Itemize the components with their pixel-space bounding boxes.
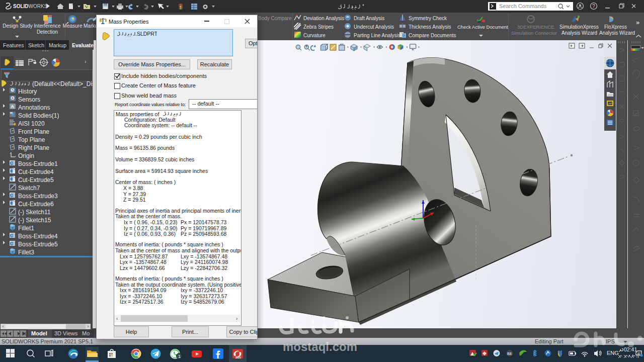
- svg-text:*: *: [362, 4, 364, 9]
- svg-text:Boss-Extrude3: Boss-Extrude3: [18, 193, 58, 200]
- svg-text:History: History: [18, 88, 37, 95]
- svg-text:(-) Sketch11: (-) Sketch11: [18, 209, 51, 216]
- svg-text:Annotations: Annotations: [18, 104, 50, 111]
- svg-text:Boss-Extrude5: Boss-Extrude5: [18, 241, 58, 248]
- svg-text:2021: 2021: [235, 356, 241, 359]
- svg-text:B8: B8: [507, 352, 512, 355]
- svg-text:SOLIDWORKS: SOLIDWORKS: [13, 4, 48, 9]
- svg-text:Sketch7: Sketch7: [18, 185, 40, 192]
- svg-text:?: ?: [403, 34, 405, 38]
- svg-text:Front Plane: Front Plane: [18, 128, 49, 135]
- svg-text:.SLDPRT: .SLDPRT: [135, 31, 157, 37]
- svg-text:Right Plane: Right Plane: [18, 144, 49, 151]
- svg-text:Cut-Extrude6: Cut-Extrude6: [18, 201, 54, 208]
- svg-text:Top Plane: Top Plane: [18, 136, 45, 143]
- svg-text:Sensors: Sensors: [18, 96, 40, 103]
- svg-text:Fillet1: Fillet1: [18, 225, 34, 232]
- svg-text:Cut-Extrude5: Cut-Extrude5: [18, 176, 54, 184]
- svg-text:Fillet3: Fillet3: [18, 249, 34, 256]
- svg-text:Cut-Extrude4: Cut-Extrude4: [18, 168, 54, 175]
- svg-text:A: A: [11, 104, 15, 109]
- svg-text:AISI 1020: AISI 1020: [18, 120, 45, 127]
- svg-text:(Default<<Default>_Dis: (Default<<Default>_Dis: [32, 80, 93, 87]
- svg-text:Boss-Extrude1: Boss-Extrude1: [18, 160, 58, 167]
- svg-text:1: 1: [178, 354, 181, 359]
- svg-text:Origin: Origin: [18, 152, 34, 159]
- svg-text:Boss-Extrude4: Boss-Extrude4: [18, 233, 58, 240]
- svg-text:(-) Sketch15: (-) Sketch15: [18, 217, 51, 224]
- svg-text:Solid Bodies(1): Solid Bodies(1): [18, 112, 59, 119]
- svg-text:mostaql.com: mostaql.com: [283, 340, 357, 353]
- svg-text:?: ?: [592, 4, 595, 9]
